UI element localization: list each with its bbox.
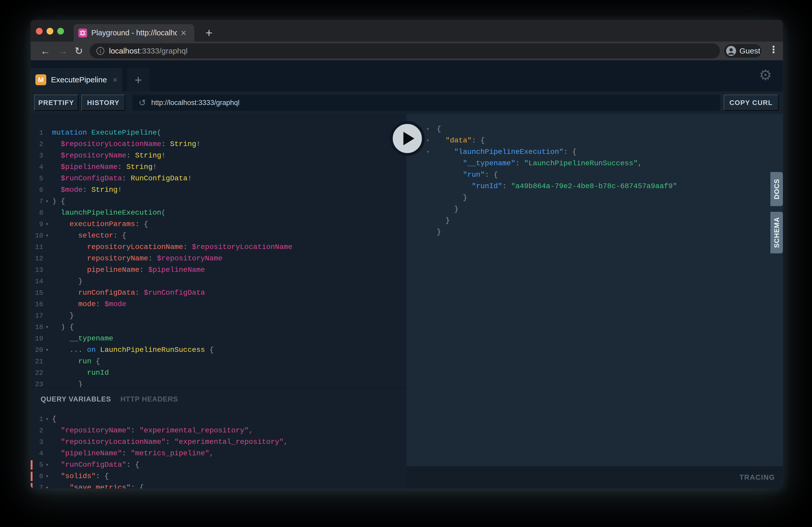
- code-text: "launchPipelineExecution": {: [437, 146, 577, 158]
- line-number: 8: [31, 207, 43, 219]
- code-text: repositoryLocationName: $repositoryLocat…: [52, 241, 292, 253]
- settings-gear-icon[interactable]: ⚙: [759, 66, 772, 84]
- fold-arrow-icon[interactable]: ▾: [43, 321, 51, 333]
- browser-tab[interactable]: Playground - http://localhost:3 ×: [74, 24, 194, 42]
- execute-play-button[interactable]: [390, 121, 425, 156]
- code-text: launchPipelineExecution(: [52, 207, 166, 219]
- url-path: :3333/graphql: [140, 46, 188, 55]
- query-code-line: 17}: [31, 310, 407, 321]
- docs-side-tab[interactable]: DOCS: [770, 172, 783, 206]
- code-text: mode: $mode: [52, 299, 126, 310]
- playground-toolbar: PRETTIFY HISTORY ↺ http://localhost:3333…: [31, 91, 783, 114]
- line-number: 7: [31, 482, 43, 488]
- endpoint-url: http://localhost:3333/graphql: [151, 99, 240, 107]
- code-text: __typename: [52, 333, 113, 344]
- endpoint-field[interactable]: ↺ http://localhost:3333/graphql: [132, 94, 720, 111]
- fold-gutter: [43, 241, 51, 253]
- copy-curl-button[interactable]: COPY CURL: [724, 94, 779, 111]
- fold-arrow-icon[interactable]: ▾: [43, 471, 51, 482]
- play-icon: [403, 132, 414, 145]
- session-close-icon[interactable]: ×: [113, 75, 118, 85]
- mutation-badge: M: [35, 74, 46, 85]
- fold-gutter: [43, 436, 51, 448]
- code-text: {: [437, 123, 441, 135]
- history-button[interactable]: HISTORY: [82, 94, 125, 111]
- fold-gutter: [423, 192, 433, 204]
- tracing-bar[interactable]: TRACING: [407, 466, 783, 488]
- fold-arrow-icon[interactable]: ▾: [43, 344, 51, 356]
- fold-gutter: [43, 127, 51, 138]
- line-number: 10: [31, 230, 43, 241]
- line-number: 11: [31, 241, 43, 253]
- result-pane: ▾{▾"data": {▾"launchPipelineExecution": …: [407, 114, 783, 488]
- line-number: 21: [31, 356, 43, 367]
- variables-editor[interactable]: 1▾{2"repositoryName": "experimental_repo…: [31, 413, 407, 488]
- fold-arrow-icon[interactable]: ▾: [43, 219, 51, 230]
- query-editor[interactable]: 1mutation ExecutePipeline(2$repositoryLo…: [31, 114, 407, 387]
- query-pane: 1mutation ExecutePipeline(2$repositoryLo…: [31, 114, 407, 488]
- fold-arrow-icon[interactable]: ▾: [43, 482, 51, 488]
- query-code-line: 19__typename: [31, 333, 407, 344]
- code-text: executionParams: {: [52, 219, 148, 230]
- query-code-line: 8launchPipelineExecution(: [31, 207, 407, 219]
- fold-arrow-icon[interactable]: ▾: [43, 459, 51, 471]
- fold-arrow-icon[interactable]: ▾: [423, 123, 433, 135]
- back-icon[interactable]: ←: [40, 45, 50, 57]
- query-code-line: 21run {: [31, 356, 407, 367]
- session-tabstrip: M ExecutePipeline × + ⚙: [31, 60, 783, 91]
- tab-http-headers[interactable]: HTTP HEADERS: [120, 395, 178, 403]
- fold-arrow-icon[interactable]: ▾: [423, 146, 433, 158]
- line-number: 19: [31, 333, 43, 344]
- code-text: }: [52, 379, 83, 387]
- tab-query-variables[interactable]: QUERY VARIABLES: [41, 395, 111, 403]
- line-number: 5: [31, 173, 43, 184]
- query-code-line: 15runConfigData: $runConfigData: [31, 287, 407, 299]
- new-tab-icon[interactable]: +: [205, 26, 213, 40]
- browser-tab-title: Playground - http://localhost:3: [91, 29, 177, 37]
- line-number: 14: [31, 276, 43, 287]
- line-number: 4: [31, 448, 43, 459]
- browser-menu-icon[interactable]: ⋮: [769, 44, 778, 55]
- reload-icon[interactable]: ↻: [75, 45, 83, 57]
- query-code-line: 14}: [31, 276, 407, 287]
- fold-gutter: [43, 287, 51, 299]
- fold-arrow-icon[interactable]: ▾: [43, 413, 51, 425]
- fold-gutter: [43, 448, 51, 459]
- forward-icon[interactable]: →: [58, 45, 68, 57]
- query-code-line: 12repositoryName: $repositoryName: [31, 253, 407, 264]
- code-text: "solids": {: [52, 471, 109, 482]
- code-text: pipelineName: $pipelineName: [52, 264, 205, 276]
- code-text: "runConfigData": {: [52, 459, 140, 471]
- session-tab-executepipeline[interactable]: M ExecutePipeline ×: [31, 68, 122, 91]
- query-code-line: 22runId: [31, 367, 407, 379]
- schema-side-tab[interactable]: SCHEMA: [770, 212, 783, 253]
- query-code-line: 2$repositoryLocationName: String!: [31, 138, 407, 150]
- query-code-line: 10▾selector: {: [31, 230, 407, 241]
- fold-arrow-icon[interactable]: ▾: [43, 230, 51, 241]
- graphql-favicon-icon: [78, 29, 87, 37]
- query-code-line: 7▾) {: [31, 196, 407, 207]
- line-number: 6: [31, 471, 43, 482]
- prettify-button[interactable]: PRETTIFY: [34, 94, 78, 111]
- line-number: 12: [31, 253, 43, 264]
- address-bar[interactable]: i localhost:3333/graphql: [90, 43, 720, 59]
- line-number: 2: [31, 138, 43, 150]
- traffic-light-close-icon[interactable]: [36, 28, 43, 34]
- response-line: ▾{: [407, 123, 783, 135]
- code-text: runId: [52, 367, 109, 379]
- tab-close-icon[interactable]: ×: [181, 28, 186, 38]
- fold-arrow-icon[interactable]: ▾: [43, 196, 51, 207]
- line-number: 22: [31, 367, 43, 379]
- code-text: $runConfigData: RunConfigData!: [52, 173, 192, 184]
- profile-button[interactable]: Guest: [724, 44, 762, 58]
- response-line: }: [407, 226, 783, 238]
- fold-gutter: [43, 207, 51, 219]
- query-code-line: 11repositoryLocationName: $repositoryLoc…: [31, 241, 407, 253]
- line-number: 1: [31, 127, 43, 138]
- fold-gutter: [43, 299, 51, 310]
- traffic-light-zoom-icon[interactable]: [57, 28, 64, 34]
- new-session-button[interactable]: +: [127, 68, 149, 91]
- traffic-light-minimize-icon[interactable]: [46, 28, 53, 34]
- site-info-icon[interactable]: i: [97, 47, 104, 55]
- query-code-line: 18▾) {: [31, 321, 407, 333]
